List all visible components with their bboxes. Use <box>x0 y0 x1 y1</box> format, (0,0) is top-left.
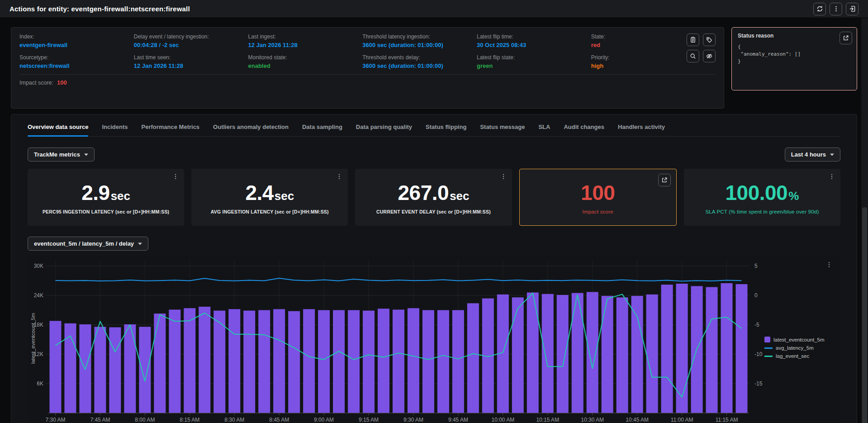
timechart-panel: 6K12K18K24K30K50-5-10-157:30 AM7:45 AM8:… <box>28 256 840 423</box>
x-axis-tick-label: 7:45 AM <box>90 417 110 423</box>
kebab-icon <box>829 174 835 181</box>
kpi-card-avg-ingestion-latency-sec-or-d-hh-mm-ss: 2.4secAVG INGESTION LATENCY (sec or [D+]… <box>191 169 348 226</box>
refresh-icon <box>816 5 823 12</box>
legend-item-latest-eventcount-5m[interactable]: latest_eventcount_5m <box>764 337 832 342</box>
more-button[interactable] <box>830 3 842 15</box>
kpi-menu-button[interactable] <box>500 173 507 181</box>
x-axis-tick-label: 9:15 AM <box>359 417 379 423</box>
entity-field-last-time-seen: Last time seen:12 Jan 2026 11:28 <box>134 54 240 69</box>
field-value: 30 Oct 2025 08:43 <box>477 42 583 48</box>
tab-outliers-anomaly-detection[interactable]: Outliers anomaly detection <box>213 121 289 136</box>
kpi-open-button[interactable] <box>658 174 671 186</box>
open-status-reason-button[interactable] <box>840 32 852 44</box>
bar-latest-eventcount-5m <box>124 324 136 413</box>
tag-button[interactable] <box>703 33 716 46</box>
legend-item-lag-event-sec[interactable]: lag_event_sec <box>764 353 832 359</box>
field-label: Monitored state: <box>248 54 355 61</box>
search-button[interactable] <box>687 50 699 62</box>
bar-latest-eventcount-5m <box>318 310 330 413</box>
bar-latest-eventcount-5m <box>154 314 166 413</box>
kpi-value: 2.9 <box>81 181 109 205</box>
field-label: State: <box>591 33 682 40</box>
bar-latest-eventcount-5m <box>49 321 61 413</box>
x-axis-tick-label: 10:45 AM <box>626 417 649 423</box>
impact-score-value: 100 <box>57 79 67 86</box>
right-axis-tick-label: -15 <box>754 380 763 387</box>
right-axis-tick-label: -5 <box>754 322 759 328</box>
tab-performance-metrics[interactable]: Performance Metrics <box>141 121 199 136</box>
field-value: 00:04:28 / -2 sec <box>134 42 240 48</box>
entity-field-column: Delay event / latency ingestion:00:04:28… <box>134 33 240 69</box>
hide-button[interactable] <box>703 50 716 62</box>
right-axis-tick-label: -10 <box>754 351 763 357</box>
bar-latest-eventcount-5m <box>199 307 210 413</box>
entity-field-priority: Priority:high <box>591 54 682 69</box>
entity-field-sourcetype: Sourcetype:netscreen:firewall <box>19 54 126 69</box>
page-title: Actions for entity: eventgen-firewall:ne… <box>9 5 190 13</box>
timechart-svg[interactable]: 6K12K18K24K30K50-5-10-157:30 AM7:45 AM8:… <box>28 256 840 423</box>
bar-latest-eventcount-5m <box>363 311 375 413</box>
field-label: Last ingest: <box>248 33 355 40</box>
field-value: high <box>591 62 682 69</box>
tab-handlers-activity[interactable]: Handlers activity <box>618 121 665 136</box>
page-content: Index:eventgen-firewallSourcetype:netscr… <box>0 18 868 423</box>
tab-sla[interactable]: SLA <box>538 121 550 136</box>
kpi-cards-row: 2.9secPERC95 INGESTION LATENCY (sec or [… <box>28 169 840 226</box>
legend-swatch <box>764 337 770 342</box>
legend-item-avg-latency-5m[interactable]: avg_latency_5m <box>764 345 832 351</box>
entity-field-column: State:redPriority:high <box>591 33 682 69</box>
x-axis-tick-label: 10:15 AM <box>536 417 559 423</box>
bar-latest-eventcount-5m <box>512 297 524 413</box>
chart-series-dropdown[interactable]: eventcount_5m / latency_5m / delay <box>28 237 148 251</box>
field-value: 3600 sec (duration: 01:00:00) <box>362 62 469 69</box>
metrics-dropdown[interactable]: TrackMe metrics <box>28 147 95 162</box>
kpi-card-sla-pct-time-spent-in-green-blue-over-90d: 100.00%SLA PCT (% time spent in green/bl… <box>684 169 840 226</box>
field-value: green <box>477 62 583 69</box>
chart-menu-button[interactable] <box>826 261 832 269</box>
entity-field-column: Last ingest:12 Jan 2026 11:28Monitored s… <box>248 33 355 69</box>
exit-button[interactable] <box>846 3 859 15</box>
kebab-icon <box>172 174 179 181</box>
entity-field-state: State:red <box>591 33 682 48</box>
tab-status-message[interactable]: Status message <box>480 121 525 136</box>
bar-latest-eventcount-5m <box>273 309 285 413</box>
kpi-menu-button[interactable] <box>829 173 835 181</box>
scrollbar-thumb[interactable] <box>862 207 867 423</box>
kpi-value: 2.4 <box>245 181 273 205</box>
field-label: Latest flip time: <box>477 33 583 40</box>
tab-audit-changes[interactable]: Audit changes <box>564 121 604 136</box>
bar-latest-eventcount-5m <box>109 327 121 413</box>
field-label: Index: <box>19 33 126 40</box>
bar-latest-eventcount-5m <box>288 311 300 413</box>
tab-incidents[interactable]: Incidents <box>102 121 128 136</box>
kpi-value: 100.00 <box>726 181 788 205</box>
entity-field-delay-event-latency-ingestion: Delay event / latency ingestion:00:04:28… <box>134 33 240 48</box>
kpi-card-perc95-ingestion-latency-sec-or-d-hh-mm-ss: 2.9secPERC95 INGESTION LATENCY (sec or [… <box>28 169 184 226</box>
refresh-button[interactable] <box>813 3 826 15</box>
kpi-menu-button[interactable] <box>336 173 342 181</box>
left-axis-title: latest_eventcount_5m <box>30 313 36 364</box>
page-scrollbar[interactable] <box>861 18 868 423</box>
tab-status-flipping[interactable]: Status flipping <box>426 121 466 136</box>
bar-latest-eventcount-5m <box>587 292 598 413</box>
metrics-dropdown-label: TrackMe metrics <box>34 151 80 158</box>
x-axis-tick-label: 8:30 AM <box>224 417 244 423</box>
kpi-unit: sec <box>275 189 294 203</box>
clipboard-button[interactable] <box>687 33 699 46</box>
tab-data-parsing-quality[interactable]: Data parsing quality <box>356 121 412 136</box>
bar-latest-eventcount-5m <box>527 293 539 413</box>
tab-data-sampling[interactable]: Data sampling <box>302 121 342 136</box>
time-range-dropdown[interactable]: Last 4 hours <box>785 147 840 162</box>
legend-swatch <box>764 356 773 357</box>
bar-latest-eventcount-5m <box>572 293 583 413</box>
bar-latest-eventcount-5m <box>169 309 180 413</box>
kebab-icon <box>833 5 840 12</box>
tab-overview-data-source[interactable]: Overview data source <box>28 121 88 136</box>
bar-latest-eventcount-5m <box>437 310 449 413</box>
kpi-menu-button[interactable] <box>172 173 179 181</box>
time-range-dropdown-label: Last 4 hours <box>791 151 826 158</box>
x-axis-tick-label: 7:30 AM <box>45 417 65 423</box>
clipboard-icon <box>690 37 696 43</box>
status-reason-title: Status reason <box>738 33 851 39</box>
entity-field-column: Threshold latency ingestion:3600 sec (du… <box>362 33 469 69</box>
